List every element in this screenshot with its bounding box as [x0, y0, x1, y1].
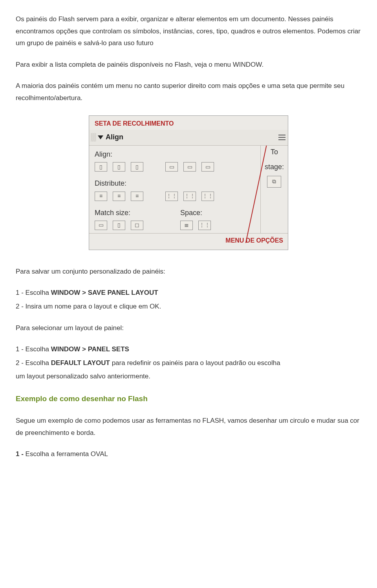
menu-path: DEFAULT LAYOUT	[51, 359, 110, 367]
dist-top-icon[interactable]: ≡	[95, 192, 107, 201]
paragraph: Os painéis do Flash servem para a exibir…	[16, 13, 361, 49]
align-panel-figure: SETA DE RECOLHIMENTO Align Align: ▯ ▯ ▯ …	[16, 115, 361, 250]
space-horiz-icon[interactable]: ⋮⋮	[198, 221, 211, 230]
align-bottom-icon[interactable]: ▭	[201, 162, 214, 172]
collapse-arrow-icon[interactable]	[98, 135, 103, 139]
match-height-icon[interactable]: ▯	[113, 221, 125, 230]
align-vcenter-icon[interactable]: ▭	[183, 162, 196, 172]
text: 2 - Escolha	[16, 359, 51, 367]
list-item: 1 - Escolha WINDOW > PANEL SETS	[16, 343, 361, 356]
paragraph: Segue um exemplo de como podemos usar as…	[16, 415, 361, 439]
text: 1 - Escolha	[16, 289, 51, 296]
align-label: Align:	[89, 146, 260, 161]
panel-titlebar[interactable]: Align	[89, 130, 288, 145]
text: Escolha a ferramenta OVAL	[26, 450, 108, 458]
align-hcenter-icon[interactable]: ▯	[113, 162, 125, 172]
menu-path: WINDOW > PANEL SETS	[51, 345, 129, 353]
match-size-label: Match size:	[89, 204, 175, 219]
list-item: 2 - Insira um nome para o layout e cliqu…	[16, 301, 361, 313]
text: para redefinir os painéis para o layout …	[110, 359, 280, 367]
align-left-icon[interactable]: ▯	[95, 162, 107, 172]
distribute-label: Distribute:	[89, 175, 260, 190]
list-item: 2 - Escolha DEFAULT LAYOUT para redefini…	[16, 357, 361, 369]
dist-vcenter-icon[interactable]: ≡	[113, 192, 125, 201]
space-label: Space:	[175, 204, 260, 219]
to-stage-label-1: To	[271, 146, 278, 158]
menu-path: WINDOW > SAVE PANEL LAYOUT	[51, 289, 158, 296]
paragraph: Para salvar um conjunto personalizado de…	[16, 266, 361, 278]
dist-left-icon[interactable]: ⋮⋮	[165, 192, 178, 201]
step-number: 1 -	[16, 450, 26, 458]
list-item: um layout personalizado salvo anteriorme…	[16, 371, 361, 383]
caption-bottom: MENU DE OPÇÕES	[89, 233, 288, 250]
dist-bottom-icon[interactable]: ≡	[131, 192, 143, 201]
to-stage-icon[interactable]: ⧉	[267, 176, 281, 188]
paragraph: A maioria dos painéis contém um menu no …	[16, 80, 361, 104]
match-both-icon[interactable]: ◻	[131, 221, 143, 230]
list-item: 1 - Escolha WINDOW > SAVE PANEL LAYOUT	[16, 287, 361, 299]
section-heading: Exemplo de como desenhar no Flash	[16, 392, 361, 405]
align-top-icon[interactable]: ▭	[165, 162, 178, 172]
dist-hcenter-icon[interactable]: ⋮⋮	[183, 192, 196, 201]
space-vert-icon[interactable]: ≣	[180, 221, 193, 230]
to-stage-label-2: stage:	[265, 161, 284, 173]
align-panel: SETA DE RECOLHIMENTO Align Align: ▯ ▯ ▯ …	[89, 115, 288, 250]
match-width-icon[interactable]: ▭	[95, 221, 107, 230]
caption-top: SETA DE RECOLHIMENTO	[89, 116, 288, 130]
panel-title: Align	[106, 131, 123, 143]
paragraph: Para exibir a lista completa de painéis …	[16, 59, 361, 71]
list-item: 1 - Escolha a ferramenta OVAL	[16, 448, 361, 460]
align-right-icon[interactable]: ▯	[131, 162, 143, 172]
paragraph: Para selecionar um layout de painel:	[16, 322, 361, 334]
grip-icon	[91, 133, 96, 142]
panel-menu-icon[interactable]	[278, 135, 285, 140]
dist-right-icon[interactable]: ⋮⋮	[201, 192, 214, 201]
text: 1 - Escolha	[16, 345, 51, 353]
